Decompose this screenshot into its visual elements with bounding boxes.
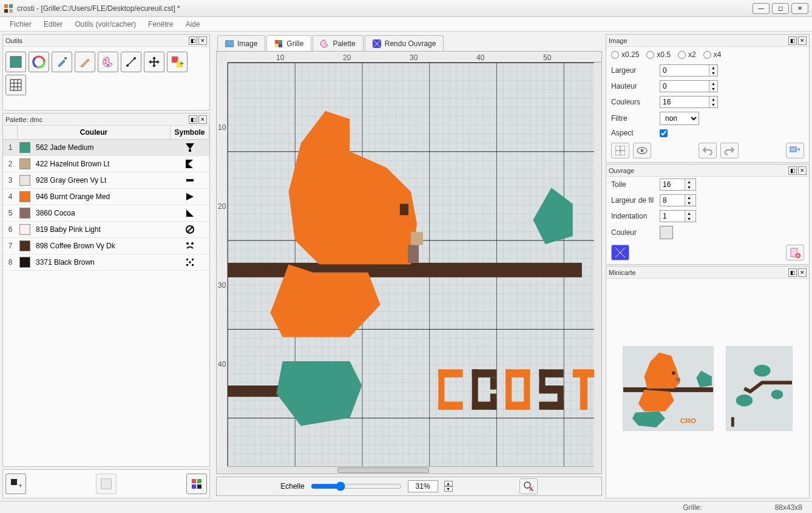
svg-rect-43 [279, 44, 282, 47]
close-icon[interactable]: ✕ [198, 36, 207, 45]
grid-canvas[interactable] [228, 63, 594, 466]
scale-value[interactable] [408, 480, 438, 492]
svg-rect-63 [490, 393, 496, 410]
hauteur-input[interactable]: ▲▼ [660, 80, 718, 92]
menu-editer[interactable]: Editer [38, 19, 69, 30]
grid-tool[interactable] [5, 75, 26, 95]
close-button[interactable]: ✕ [791, 3, 808, 14]
svg-rect-93 [676, 378, 680, 381]
palette-row[interactable]: 83371 Black Brown [3, 254, 209, 271]
tab-grille[interactable]: Grille [266, 35, 311, 51]
svg-rect-0 [4, 4, 8, 8]
zoom-reset-button[interactable]: x1 [519, 478, 538, 494]
apply-button[interactable] [786, 143, 804, 158]
pencil-tool[interactable] [75, 52, 95, 72]
dock-icon[interactable]: ◧ [788, 166, 797, 175]
palette-row[interactable]: 4946 Burnt Orange Med [3, 189, 209, 205]
menu-fichier[interactable]: Fichier [4, 19, 38, 30]
filtre-select[interactable]: non [660, 112, 699, 125]
outils-title: Outils [5, 37, 188, 44]
move-tool[interactable] [144, 52, 164, 72]
palette-row[interactable]: 7898 Coffee Brown Vy Dk [3, 238, 209, 254]
preview-button[interactable] [633, 143, 651, 158]
svg-rect-28 [186, 259, 188, 260]
svg-rect-39 [225, 41, 234, 47]
svg-rect-95 [726, 347, 792, 430]
svg-point-11 [107, 64, 109, 66]
zoom-05[interactable]: x0.5 [646, 50, 671, 59]
couleurs-input[interactable]: ▲▼ [660, 96, 718, 108]
palette-row[interactable]: 2422 Hazelnut Brown Lt [3, 156, 209, 172]
svg-rect-72 [539, 402, 563, 410]
cloth-preview-button[interactable] [611, 245, 629, 260]
menu-aide[interactable]: Aide [179, 19, 206, 30]
palette-row[interactable]: 3928 Gray Green Vy Lt [3, 172, 209, 189]
label-filtre: Filtre [611, 114, 655, 123]
add-symbol-tool[interactable]: + [167, 52, 188, 72]
svg-point-82 [641, 149, 644, 152]
col-couleur: Couleur [18, 126, 171, 139]
dock-icon[interactable]: ◧ [788, 36, 797, 45]
palette-panel: Palette: dmc ◧ ✕ Couleur Symbole 1562 Ja… [2, 113, 210, 467]
render-icon [373, 39, 381, 48]
menu-outils[interactable]: Outils (voir/cacher) [69, 19, 142, 30]
palette-tool[interactable] [98, 52, 118, 72]
svg-rect-67 [506, 402, 530, 410]
maximize-button[interactable]: ◻ [772, 3, 789, 14]
scale-down[interactable]: ▼ [444, 486, 453, 492]
largeur-fil-input[interactable]: ▲▼ [660, 194, 696, 206]
palette-row[interactable]: 6819 Baby Pink Light [3, 222, 209, 238]
dock-icon[interactable]: ◧ [788, 268, 797, 277]
color-tool[interactable] [5, 52, 26, 72]
color-wheel-tool[interactable] [29, 52, 49, 72]
menu-fenetre[interactable]: Fenêtre [142, 19, 179, 30]
scale-slider[interactable] [311, 481, 402, 491]
svg-rect-99 [731, 417, 734, 427]
largeur-input[interactable]: ▲▼ [660, 64, 718, 76]
label-couleurs: Couleurs [611, 98, 655, 106]
minimize-button[interactable]: — [753, 3, 770, 14]
scale-up[interactable]: ▲ [444, 481, 453, 486]
close-icon[interactable]: ✕ [798, 36, 807, 45]
canvas-area: 1020304050 10203040 [216, 51, 602, 474]
eyedropper-tool[interactable] [52, 52, 72, 72]
ouvrage-color-swatch[interactable] [660, 226, 673, 239]
toile-input[interactable]: ▲▼ [660, 178, 696, 191]
aspect-checkbox[interactable] [660, 129, 668, 137]
palette-colors-button[interactable] [186, 474, 207, 494]
zoom-2[interactable]: x2 [678, 50, 696, 59]
label-hauteur: Hauteur [611, 82, 655, 90]
close-icon[interactable]: ✕ [798, 166, 807, 175]
dock-icon[interactable]: ◧ [189, 36, 197, 45]
label-largeur-fil: Largeur de fil [611, 196, 655, 205]
tab-rendu[interactable]: Rendu Ouvrage [365, 35, 444, 51]
close-icon[interactable]: ✕ [198, 115, 207, 124]
tab-palette[interactable]: Palette [313, 35, 363, 51]
grid-mode-button[interactable] [611, 143, 629, 158]
close-icon[interactable]: ✕ [798, 268, 807, 277]
minicarte-title: Minicarte [609, 269, 787, 276]
svg-rect-74 [580, 369, 587, 410]
redo-button[interactable] [720, 143, 739, 158]
tab-image[interactable]: Image [217, 35, 265, 51]
indentation-input[interactable]: ▲▼ [660, 210, 696, 222]
line-tool[interactable] [121, 52, 141, 72]
palette-table-header: Couleur Symbole [3, 126, 209, 140]
svg-point-8 [64, 57, 67, 59]
delete-ouvrage-button[interactable] [786, 245, 804, 260]
svg-text:+: + [18, 481, 22, 490]
svg-rect-51 [400, 204, 408, 216]
current-bg-swatch[interactable] [96, 474, 117, 494]
undo-button[interactable] [699, 143, 717, 158]
svg-rect-29 [192, 259, 194, 260]
zoom-025[interactable]: x0.25 [611, 50, 639, 59]
add-color-button[interactable]: + [5, 474, 26, 494]
minimap-left[interactable]: CRO [623, 346, 714, 431]
horizontal-scrollbar[interactable] [228, 466, 594, 474]
palette-row[interactable]: 1562 Jade Medium [3, 140, 209, 156]
dock-icon[interactable]: ◧ [189, 115, 197, 124]
svg-rect-50 [228, 263, 582, 277]
palette-row[interactable]: 53860 Cocoa [3, 205, 209, 222]
minimap-right[interactable] [726, 346, 793, 431]
zoom-4[interactable]: x4 [703, 50, 722, 59]
